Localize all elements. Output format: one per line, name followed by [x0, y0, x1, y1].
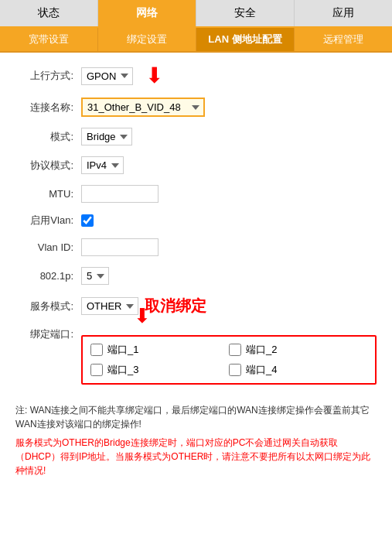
port-3-item: 端口_3 [90, 363, 229, 377]
connection-control: 31_Other_B_VID_48 [81, 98, 205, 117]
service-mode-label: 服务模式: [15, 299, 81, 313]
port-4-label: 端口_4 [246, 363, 277, 377]
port-4-item: 端口_4 [229, 363, 367, 377]
sub-nav-remote[interactable]: 远程管理 [295, 28, 392, 51]
mode-control: Bridge [81, 128, 132, 145]
enable-vlan-control [81, 214, 94, 227]
uplink-select[interactable]: GPON [81, 67, 133, 85]
top-nav: 状态 网络 安全 应用 [0, 0, 392, 28]
port-binding-section: 端口_1 端口_2 端口_3 端口_4 [81, 335, 377, 385]
enable-vlan-checkbox[interactable] [81, 214, 94, 227]
mtu-control: 1500 [81, 185, 159, 203]
port-arrow-icon: ⬇ [134, 304, 151, 328]
uplink-arrow-icon: ⬇ [145, 65, 163, 87]
vlan-id-row: Vlan ID: 48 [15, 238, 377, 256]
port-3-checkbox[interactable] [90, 364, 103, 376]
bind-port-row: 绑定端口: ⬇ 端口_1 端口_2 端口_3 [15, 327, 377, 392]
port-2-label: 端口_2 [246, 343, 277, 357]
mode-label: 模式: [15, 130, 81, 144]
cancel-binding-label: 取消绑定 [145, 296, 206, 317]
vlan-id-label: Vlan ID: [15, 241, 81, 253]
sub-nav-binding[interactable]: 绑定设置 [98, 28, 196, 51]
mode-row: 模式: Bridge [15, 128, 377, 145]
port-1-label: 端口_1 [107, 343, 138, 357]
protocol-row: 协议模式: IPv4 [15, 156, 377, 174]
dot1p-control: 5 [81, 267, 109, 285]
service-mode-control: OTHER [81, 297, 138, 315]
uplink-control: GPON ⬇ [81, 65, 163, 87]
mode-select[interactable]: Bridge [81, 128, 132, 145]
port-4-checkbox[interactable] [229, 364, 241, 376]
protocol-control: IPv4 [81, 156, 124, 174]
port-row-1: 端口_1 端口_2 [90, 343, 367, 357]
port-3-label: 端口_3 [107, 363, 138, 377]
connection-select[interactable]: 31_Other_B_VID_48 [81, 98, 205, 117]
port-row-2: 端口_3 端口_4 [90, 363, 367, 377]
port-1-checkbox[interactable] [90, 344, 103, 356]
port-2-checkbox[interactable] [229, 344, 241, 356]
connection-row: 连接名称: 31_Other_B_VID_48 [15, 98, 377, 117]
dot1p-row: 802.1p: 5 [15, 267, 377, 285]
protocol-select[interactable]: IPv4 [81, 156, 124, 174]
vlan-id-control: 48 [81, 238, 159, 256]
mtu-input[interactable]: 1500 [81, 185, 159, 203]
enable-vlan-row: 启用Vlan: [15, 214, 377, 228]
enable-vlan-label: 启用Vlan: [15, 214, 81, 228]
port-2-item: 端口_2 [229, 343, 367, 357]
sub-nav-lan[interactable]: LAN 侧地址配置 [196, 28, 295, 51]
sub-nav-broadband[interactable]: 宽带设置 [0, 28, 98, 51]
port-1-item: 端口_1 [90, 343, 229, 357]
sub-nav: 宽带设置 绑定设置 LAN 侧地址配置 远程管理 [0, 28, 392, 53]
note-1: 注: WAN连接之间不能共享绑定端口，最后绑定端口的WAN连接绑定操作会覆盖前其… [15, 403, 377, 431]
service-mode-row: 服务模式: OTHER 取消绑定 [15, 296, 377, 317]
mtu-row: MTU: 1500 [15, 185, 377, 203]
top-nav-status[interactable]: 状态 [0, 0, 98, 26]
top-nav-app[interactable]: 应用 [295, 0, 392, 26]
uplink-label: 上行方式: [15, 69, 81, 83]
top-nav-network[interactable]: 网络 [98, 0, 196, 26]
connection-label: 连接名称: [15, 101, 81, 115]
dot1p-select[interactable]: 5 [81, 267, 109, 285]
top-nav-security[interactable]: 安全 [196, 0, 295, 26]
dot1p-label: 802.1p: [15, 270, 81, 282]
note-2: 服务模式为OTHER的Bridge连接绑定时，端口对应的PC不会通过网关自动获取… [15, 436, 377, 477]
vlan-id-input[interactable]: 48 [81, 238, 159, 256]
service-mode-select[interactable]: OTHER [81, 297, 138, 315]
form-content: 上行方式: GPON ⬇ 连接名称: 31_Other_B_VID_48 模式:… [0, 53, 392, 490]
protocol-label: 协议模式: [15, 159, 81, 173]
bind-port-label: 绑定端口: [15, 327, 81, 341]
mtu-label: MTU: [15, 188, 81, 200]
uplink-row: 上行方式: GPON ⬇ [15, 65, 377, 87]
